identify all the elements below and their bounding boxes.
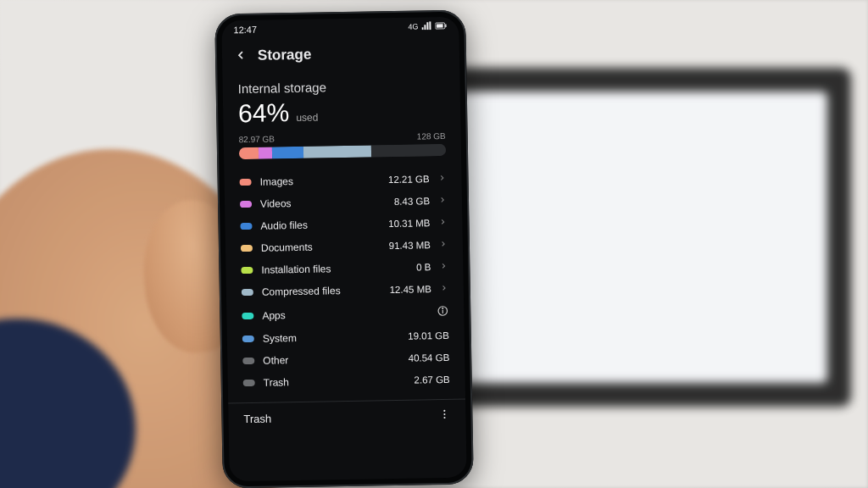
phone-screen: 12:47 4G Storage Internal storage 64% us [221, 17, 466, 482]
category-color-pill [242, 336, 254, 342]
svg-point-6 [443, 410, 445, 412]
back-icon[interactable] [234, 47, 248, 64]
bar-segment [303, 145, 371, 158]
category-list: Images12.21 GBVideos8.43 GBAudio files10… [239, 168, 450, 394]
svg-point-5 [442, 308, 443, 309]
chevron-right-icon [438, 195, 447, 207]
category-label: Images [259, 174, 380, 187]
chevron-right-icon [439, 261, 448, 273]
svg-point-8 [443, 417, 445, 419]
category-color-pill [242, 358, 254, 364]
category-label: Installation files [261, 262, 408, 276]
category-color-pill [241, 245, 253, 252]
network-indicator: 4G [408, 22, 418, 30]
category-value: 8.43 GB [394, 196, 430, 207]
status-time: 12:47 [233, 25, 257, 35]
trash-section[interactable]: Trash [228, 400, 465, 427]
category-color-pill [240, 201, 252, 208]
category-label: Trash [264, 374, 406, 389]
bar-segment [272, 147, 303, 159]
category-value: 12.21 GB [388, 174, 430, 185]
category-color-pill [242, 289, 253, 296]
header: Storage [222, 36, 460, 74]
usage-label: used [296, 112, 318, 124]
chevron-right-icon [439, 239, 448, 251]
usage-summary: 64% used [238, 96, 446, 128]
category-value: 19.01 GB [408, 330, 449, 341]
category-color-pill [243, 380, 255, 386]
category-label: Apps [262, 307, 428, 321]
bar-segment [239, 147, 259, 159]
category-label: Audio files [260, 218, 380, 231]
more-icon[interactable] [438, 408, 450, 423]
storage-content: Internal storage 64% used 82.97 GB 128 G… [222, 69, 465, 404]
status-icons: 4G [408, 21, 447, 32]
category-value: 10.31 MB [388, 218, 430, 229]
category-color-pill [241, 267, 253, 274]
category-value: 0 B [416, 262, 431, 272]
page-title: Storage [258, 47, 312, 64]
category-value: 2.67 GB [414, 374, 449, 385]
bar-segment [259, 147, 272, 158]
category-value: 40.54 GB [409, 352, 450, 363]
chevron-right-icon [440, 283, 448, 295]
category-color-pill [240, 223, 252, 230]
trash-label: Trash [243, 413, 271, 426]
usage-percent: 64% [238, 98, 290, 128]
signal-icon [421, 21, 431, 31]
category-color-pill [240, 179, 252, 186]
chevron-right-icon [438, 217, 447, 229]
battery-icon [435, 21, 447, 30]
info-icon[interactable] [437, 305, 448, 319]
category-label: Documents [261, 240, 381, 253]
chevron-right-icon [437, 173, 446, 185]
category-value: 12.45 MB [390, 284, 431, 295]
phone-frame: 12:47 4G Storage Internal storage 64% us [214, 9, 474, 488]
category-row[interactable]: Apps [242, 300, 448, 328]
category-value: 91.43 MB [389, 240, 431, 251]
section-title: Internal storage [238, 78, 445, 96]
bar-segment [371, 144, 446, 158]
bar-labels: 82.97 GB 128 GB [239, 131, 446, 144]
storage-bar [239, 144, 446, 159]
svg-rect-2 [445, 24, 446, 27]
used-size: 82.97 GB [239, 134, 275, 144]
category-label: Other [263, 352, 400, 367]
category-label: System [263, 330, 400, 345]
category-label: Compressed files [262, 284, 381, 297]
svg-point-7 [443, 413, 445, 415]
category-color-pill [242, 312, 253, 319]
svg-rect-1 [437, 24, 443, 28]
category-row: Trash2.67 GB [243, 369, 450, 394]
category-label: Videos [260, 196, 386, 210]
total-size: 128 GB [417, 131, 446, 141]
